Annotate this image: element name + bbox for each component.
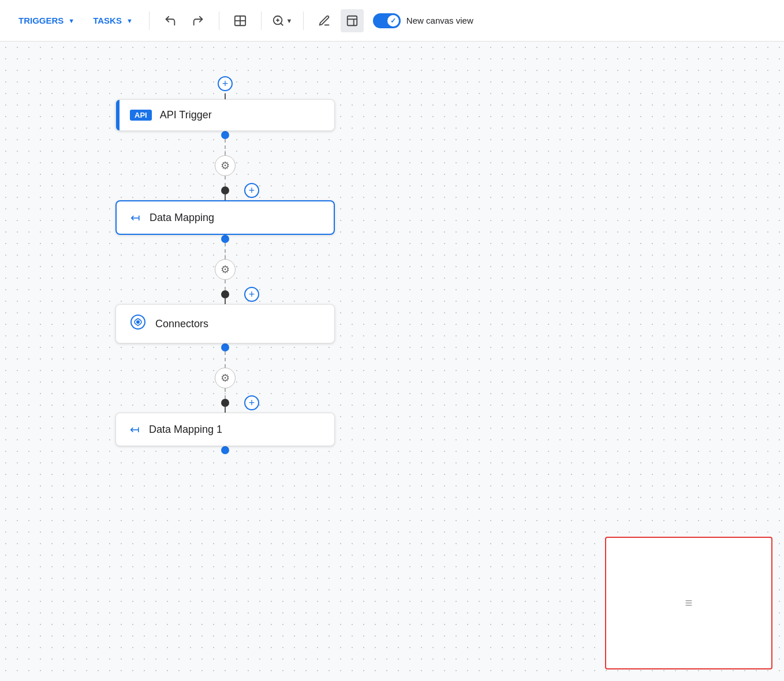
pencil-button[interactable]	[313, 9, 336, 32]
data-mapping-icon: ↤	[130, 211, 140, 224]
zoom-button[interactable]: ▼	[271, 9, 294, 32]
add-before-api-trigger-button[interactable]: +	[218, 76, 233, 91]
line-top-api	[225, 93, 226, 99]
line-gear-to-dot	[225, 176, 226, 186]
zoom-icon	[272, 14, 285, 27]
data-mapping-1-label: Data Mapping 1	[149, 424, 222, 436]
connector-dm-to-conn: ⚙ +	[215, 235, 236, 304]
panel-icon	[346, 14, 359, 27]
divider-1	[149, 12, 150, 30]
tasks-label: TASKS	[93, 16, 122, 25]
line-to-dm	[225, 194, 226, 200]
redo-button[interactable]	[186, 9, 210, 32]
data-mapping-1-node[interactable]: ↤ Data Mapping 1	[115, 413, 335, 446]
zoom-chevron: ▼	[286, 17, 292, 24]
layout-icon	[234, 14, 247, 27]
connectors-icon	[130, 314, 146, 334]
add-between-dm-conn-button[interactable]: +	[244, 287, 259, 302]
triggers-button[interactable]: TRIGGERS ▼	[12, 12, 81, 29]
api-trigger-left-bar	[116, 100, 120, 130]
connector-api-to-dm: ⚙ +	[215, 131, 236, 200]
dot-before-dm	[221, 186, 229, 194]
line-to-conn	[225, 298, 226, 304]
svg-rect-7	[348, 16, 357, 25]
tasks-chevron-icon: ▼	[126, 17, 133, 24]
canvas: + API API Trigger ⚙ + ↤ Da	[0, 42, 784, 681]
triggers-label: TRIGGERS	[18, 16, 64, 25]
data-mapping-label: Data Mapping	[150, 212, 214, 224]
line-gear2-to-dot	[225, 280, 226, 290]
dot-before-conn	[221, 290, 229, 298]
line-dm-to-gear2	[225, 243, 226, 259]
connectors-label: Connectors	[155, 318, 208, 330]
connectors-node[interactable]: Connectors	[115, 304, 335, 343]
dot-dm1-bottom	[221, 446, 229, 454]
undo-button[interactable]	[159, 9, 182, 32]
line-conn-to-gear3	[225, 351, 226, 368]
connector-conn-to-dm1: ⚙ +	[215, 343, 236, 413]
toggle-knob: ✓	[387, 15, 399, 27]
tasks-button[interactable]: TASKS ▼	[86, 12, 140, 29]
toggle-check-icon: ✓	[390, 17, 396, 25]
dot-api-bottom	[221, 131, 229, 139]
minimap: ≡	[605, 537, 772, 669]
data-mapping-node[interactable]: ↤ Data Mapping	[115, 200, 335, 235]
layout-button[interactable]	[229, 9, 252, 32]
divider-2	[219, 12, 219, 30]
svg-point-11	[136, 320, 140, 324]
add-between-conn-dm1-button[interactable]: +	[244, 395, 259, 410]
undo-icon	[164, 14, 177, 27]
data-mapping-1-icon: ↤	[130, 422, 140, 436]
dot-conn-bottom	[221, 343, 229, 351]
dot-before-dm1	[221, 399, 229, 407]
gear-between-dm-conn[interactable]: ⚙	[215, 259, 236, 280]
dot-dm-bottom	[221, 235, 229, 243]
api-badge: API	[130, 110, 152, 121]
flow-container: + API API Trigger ⚙ + ↤ Da	[115, 76, 335, 454]
redo-icon	[192, 14, 204, 27]
line-to-dm1	[225, 407, 226, 413]
new-canvas-toggle-area: ✓ New canvas view	[373, 13, 473, 28]
minimap-menu-icon: ≡	[685, 596, 693, 611]
connector-dm1-bottom	[221, 446, 229, 454]
svg-line-4	[281, 23, 283, 25]
panel-button[interactable]	[341, 9, 364, 32]
connector-top-api	[225, 93, 226, 99]
line-gear3-to-dot	[225, 388, 226, 399]
add-between-api-dm-button[interactable]: +	[244, 183, 259, 198]
divider-3	[261, 12, 262, 30]
toolbar: TRIGGERS ▼ TASKS ▼ ▼	[0, 0, 784, 42]
new-canvas-label: New canvas view	[406, 16, 473, 25]
triggers-chevron-icon: ▼	[68, 17, 74, 24]
gear-between-api-dm[interactable]: ⚙	[215, 155, 236, 176]
divider-4	[303, 12, 304, 30]
new-canvas-toggle[interactable]: ✓	[373, 13, 401, 28]
api-trigger-label: API Trigger	[160, 109, 212, 121]
line-api-to-gear	[225, 139, 226, 155]
api-trigger-node[interactable]: API API Trigger	[115, 99, 335, 131]
gear-between-conn-dm1[interactable]: ⚙	[215, 368, 236, 388]
pencil-icon	[318, 14, 331, 27]
